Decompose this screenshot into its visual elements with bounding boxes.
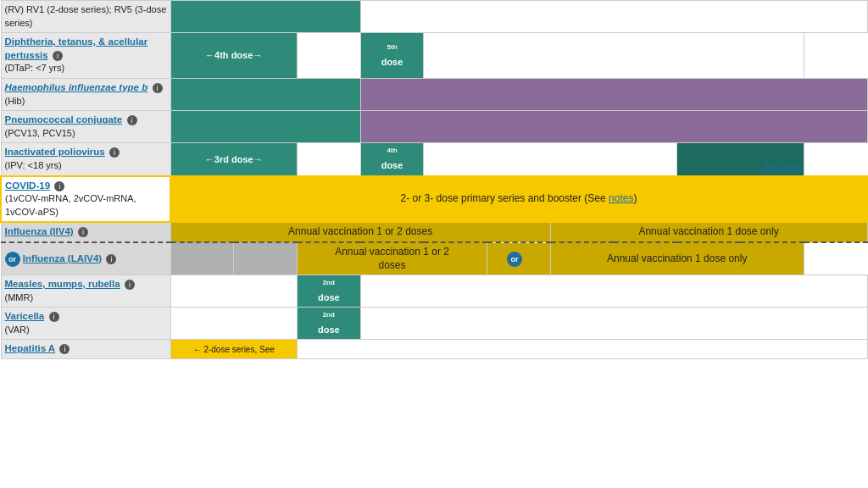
vaccine-name-rv: (RV) RV1 (2-dose series); RV5 (3-dose se… bbox=[1, 1, 170, 33]
iiv4-link[interactable]: Influenza (IIV4) bbox=[5, 226, 74, 236]
vaccine-name-dtap: Diphtheria, tetanus, & acellular pertuss… bbox=[1, 33, 170, 79]
vaccine-name-ipv: Inactivated poliovirus i (IPV: <18 yrs) bbox=[1, 143, 170, 176]
pcv-link[interactable]: Pneumococcal conjugate bbox=[5, 114, 123, 125]
or-badge-mid: or bbox=[507, 252, 522, 267]
ipv-see-notes[interactable]: See notes bbox=[764, 162, 802, 171]
ipv-3rd-dose: ←3rd dose→ bbox=[170, 143, 297, 176]
laiv4-annual1: Annual vaccination 1 or 2 doses bbox=[297, 242, 487, 275]
hepa-dose-info: ← 2-dose series, See bbox=[170, 340, 297, 359]
rv-dose-col bbox=[170, 1, 360, 33]
vaccine-name-var: Varicella i (VAR) bbox=[1, 308, 170, 340]
info-icon-covid[interactable]: i bbox=[54, 181, 64, 191]
vaccine-name-hib: Haemophilus influenzae type b i (Hib) bbox=[1, 78, 170, 110]
hepa-link[interactable]: Hepatitis A bbox=[5, 343, 56, 353]
var-2nd-dose: 2nd dose bbox=[297, 308, 360, 340]
vaccine-name-mmr: Measles, mumps, rubella i (MMR) bbox=[1, 275, 170, 308]
info-icon-iiv4[interactable]: i bbox=[78, 227, 88, 237]
dtap-link[interactable]: Diphtheria, tetanus, & acellular pertuss… bbox=[5, 36, 148, 60]
table-row-var: Varicella i (VAR) 2nd dose bbox=[1, 308, 867, 340]
vaccine-name-covid: COVID-19 i (1vCOV-mRNA, 2vCOV-mRNA, 1vCO… bbox=[1, 176, 170, 223]
laiv4-link[interactable]: Influenza (LAIV4) bbox=[23, 253, 102, 263]
vaccine-name-laiv4: or Influenza (LAIV4) i bbox=[1, 242, 170, 275]
table-row-iiv4: Influenza (IIV4) i Annual vaccination 1 … bbox=[1, 222, 867, 242]
info-icon-var[interactable]: i bbox=[49, 312, 59, 322]
vaccination-schedule-table: (RV) RV1 (2-dose series); RV5 (3-dose se… bbox=[0, 0, 868, 359]
table-row: Diphtheria, tetanus, & acellular pertuss… bbox=[1, 33, 867, 79]
iiv4-annual1: Annual vaccination 1 or 2 doses bbox=[170, 222, 550, 242]
info-icon-pcv[interactable]: i bbox=[127, 115, 137, 125]
table-row-laiv4: or Influenza (LAIV4) i Annual vaccinatio… bbox=[1, 242, 867, 275]
hib-link[interactable]: Haemophilus influenzae type b bbox=[5, 82, 148, 92]
info-icon-dtap[interactable]: i bbox=[53, 51, 63, 61]
info-icon-mmr[interactable]: i bbox=[125, 280, 135, 290]
vaccine-name-iiv4: Influenza (IIV4) i bbox=[1, 222, 170, 242]
mmr-link[interactable]: Measles, mumps, rubella bbox=[5, 279, 120, 289]
dtap-4th-dose: ←4th dose→ bbox=[170, 33, 297, 79]
info-icon-laiv4[interactable]: i bbox=[106, 254, 116, 264]
info-icon-ipv[interactable]: i bbox=[109, 147, 120, 158]
covid-link[interactable]: COVID-19 bbox=[5, 180, 50, 191]
table-row: (RV) RV1 (2-dose series); RV5 (3-dose se… bbox=[1, 1, 867, 33]
mmr-2nd-dose: 2nd dose bbox=[297, 275, 360, 308]
table-row-mmr: Measles, mumps, rubella i (MMR) 2nd dose bbox=[1, 275, 867, 308]
ipv-link[interactable]: Inactivated poliovirus bbox=[5, 147, 105, 157]
iiv4-annual2: Annual vaccination 1 dose only bbox=[550, 222, 867, 242]
or-badge-laiv4: or bbox=[5, 252, 20, 267]
covid-dose-info: 2- or 3- dose primary series and booster… bbox=[170, 176, 867, 223]
info-icon-hib[interactable]: i bbox=[153, 83, 163, 93]
laiv4-annual2: Annual vaccination 1 dose only bbox=[550, 242, 804, 275]
table-row: Haemophilus influenzae type b i (Hib) bbox=[1, 78, 867, 110]
table-row: Inactivated poliovirus i (IPV: <18 yrs) … bbox=[1, 143, 867, 176]
var-link[interactable]: Varicella bbox=[5, 311, 45, 321]
table-row-covid: COVID-19 i (1vCOV-mRNA, 2vCOV-mRNA, 1vCO… bbox=[1, 176, 867, 223]
table-row-hepa: Hepatitis A i ← 2-dose series, See bbox=[1, 340, 867, 359]
dtap-5th-dose: 5th dose bbox=[360, 33, 424, 79]
info-icon-hepa[interactable]: i bbox=[59, 344, 70, 354]
ipv-4th-dose: 4th dose bbox=[360, 143, 424, 176]
covid-notes-link[interactable]: notes bbox=[609, 192, 633, 204]
vaccine-name-hepa: Hepatitis A i bbox=[1, 340, 170, 359]
vaccine-name-pcv: Pneumococcal conjugate i (PCV13, PCV15) bbox=[1, 111, 170, 143]
table-row: Pneumococcal conjugate i (PCV13, PCV15) bbox=[1, 111, 867, 143]
